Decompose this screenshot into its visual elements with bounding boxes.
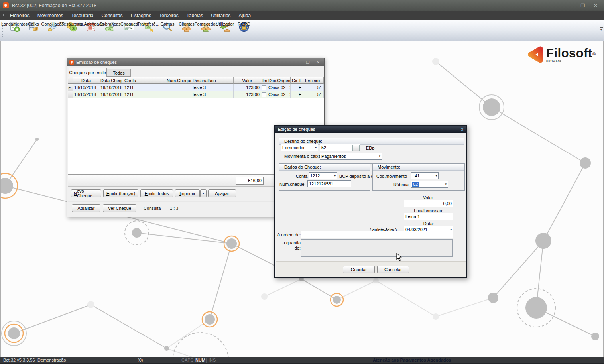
emitir-todos-button[interactable]: Emitir Todos bbox=[140, 189, 173, 197]
cell-conta: 1211 bbox=[123, 84, 165, 91]
cell-imp bbox=[261, 84, 267, 91]
menu-ajuda[interactable]: Ajuda bbox=[235, 12, 255, 19]
toolbar-concilia-o[interactable]: Conciliação bbox=[43, 20, 62, 34]
cell-destinat-rio: teste 3 bbox=[191, 91, 234, 98]
toolbar-clientes[interactable]: Clientes bbox=[177, 20, 196, 34]
column-header[interactable]: T bbox=[297, 77, 303, 84]
toolbar-utilizador[interactable]: Utilizador bbox=[215, 20, 234, 34]
column-header[interactable]: Doc.Origem bbox=[267, 77, 291, 84]
cell-data: 18/10/2018 bbox=[73, 84, 99, 91]
toolbar-cheques[interactable]: Cheques bbox=[120, 20, 139, 34]
status-num: NUM bbox=[195, 358, 205, 362]
brand-subtitle: software bbox=[546, 59, 596, 63]
column-header[interactable]: Terceiro bbox=[303, 77, 324, 84]
ordem-input[interactable] bbox=[301, 231, 453, 238]
table-row[interactable]: ▸18/10/201818/10/20181211teste 3123,00Ca… bbox=[68, 84, 324, 91]
emitir-lancar-button[interactable]: Emitir (Lançar) bbox=[103, 189, 138, 197]
cell-conta: 1211 bbox=[123, 91, 165, 98]
novo-cheque-button[interactable]: Novo Cheque bbox=[71, 189, 101, 197]
cell-destinat-rio: teste 3 bbox=[191, 84, 234, 91]
rubrica-select[interactable]: 02 ▾ bbox=[411, 181, 448, 188]
movimenta-select[interactable]: Pagamentos▾ bbox=[320, 153, 382, 160]
column-header[interactable]: Data Cheque bbox=[99, 77, 123, 84]
destino-tipo-select[interactable]: Fornecedor▾ bbox=[281, 144, 318, 151]
menu-consultas[interactable]: Consultas bbox=[97, 12, 126, 19]
emissao-minimize-icon[interactable]: – bbox=[294, 60, 301, 65]
browse-button[interactable]: … bbox=[352, 145, 360, 151]
cod-movimento-select[interactable]: _41▾ bbox=[411, 172, 439, 179]
cell-cx bbox=[291, 84, 297, 91]
imp-checkbox[interactable] bbox=[262, 85, 266, 90]
conta-label: Conta bbox=[296, 174, 307, 179]
column-header[interactable]: Cx. bbox=[291, 77, 297, 84]
tab-todos[interactable]: Todos bbox=[107, 69, 131, 77]
conta-select[interactable]: 1212▾ bbox=[309, 172, 337, 179]
menu-utilit-rios[interactable]: Utilitários bbox=[207, 12, 234, 19]
imprimir-dropdown-icon[interactable]: ▾ bbox=[200, 189, 207, 197]
cancelar-button[interactable]: Cancelar bbox=[377, 266, 409, 273]
cell-terceiro: 51 bbox=[303, 91, 324, 98]
table-row[interactable]: 18/10/201818/10/20181211teste 3123,00Cai… bbox=[68, 91, 324, 98]
menu-ficheiros[interactable]: Ficheiros bbox=[6, 12, 33, 19]
atualizar-button[interactable]: Atualizar bbox=[72, 204, 100, 212]
menu-tabelas[interactable]: Tabelas bbox=[183, 12, 207, 19]
chevron-down-icon: ▾ bbox=[434, 174, 437, 177]
column-header[interactable]: Núm.Cheque bbox=[165, 77, 191, 84]
app-icon bbox=[3, 2, 9, 8]
table-header: DataData ChequeContaNúm.ChequeDestinatár… bbox=[68, 77, 324, 84]
menu-terceiros[interactable]: Terceiros bbox=[155, 12, 183, 19]
column-header[interactable]: Destinatário bbox=[191, 77, 234, 84]
cell-data-cheque: 18/10/2018 bbox=[99, 84, 123, 91]
menu-movimentos[interactable]: Movimentos bbox=[33, 12, 67, 19]
consulta-label: Consulta bbox=[144, 206, 161, 211]
column-header[interactable]: Data bbox=[73, 77, 99, 84]
column-header[interactable]: Conta bbox=[123, 77, 165, 84]
valor-input[interactable]: 0,00 bbox=[404, 200, 453, 207]
dialog-titlebar[interactable]: Edição de cheques x bbox=[275, 126, 466, 133]
local-emissao-input[interactable]: Leiria 1 bbox=[404, 213, 453, 220]
imp-checkbox[interactable] bbox=[262, 92, 266, 97]
cell-valor: 123,00 bbox=[234, 91, 261, 98]
toolbar-rgpd[interactable]: RGPD bbox=[234, 20, 254, 34]
imprimir-button[interactable]: Imprimir bbox=[175, 189, 200, 197]
column-header[interactable]: Valor bbox=[234, 77, 261, 84]
dialog-close-icon[interactable]: x bbox=[461, 127, 466, 132]
window-icon bbox=[69, 60, 74, 65]
toolbar-ag-agendado[interactable]: ag.Agendado bbox=[81, 20, 100, 34]
app-titlebar: Bct.32 [002] Formação de Bct.32 / 2018 –… bbox=[0, 0, 604, 11]
emissao-close-icon[interactable]: ✕ bbox=[315, 60, 322, 65]
apagar-button[interactable]: Apagar bbox=[208, 189, 236, 197]
consulta-range: 1 : 3 bbox=[170, 206, 178, 211]
toolbar-cobran-as[interactable]: Cobranças bbox=[100, 20, 120, 34]
tab-cheques-por-emitir[interactable]: Cheques por emitir bbox=[69, 68, 107, 77]
dados-legend: Dados do Cheque: bbox=[279, 164, 370, 171]
ver-cheque-button[interactable]: Ver Cheque bbox=[103, 204, 136, 212]
column-header[interactable]: Imp bbox=[261, 77, 267, 84]
toolbar-contas[interactable]: Contas bbox=[158, 20, 177, 34]
row-gutter bbox=[68, 91, 73, 98]
minimize-icon[interactable]: – bbox=[567, 3, 574, 8]
brand-name: Filosoft bbox=[546, 46, 592, 60]
emissao-titlebar[interactable]: Emissão de cheques – ❐ ✕ bbox=[67, 58, 324, 66]
cell-cx bbox=[291, 91, 297, 98]
emissao-maximize-icon[interactable]: ❐ bbox=[304, 60, 311, 65]
row-selector-icon: ▸ bbox=[69, 85, 71, 89]
toolbar-overflow-icon[interactable]: ▾ bbox=[600, 27, 603, 31]
num-cheque-input[interactable]: 1212126531 bbox=[307, 180, 351, 187]
status-warning: Atenção aos Pagamentos Agendados bbox=[373, 358, 451, 362]
menu-tesouraria[interactable]: Tesouraria bbox=[67, 12, 97, 19]
guardar-button[interactable]: Guardar bbox=[343, 266, 375, 273]
toolbar-lan-amentos[interactable]: Lançamentos bbox=[5, 20, 24, 34]
maximize-icon[interactable]: ❐ bbox=[579, 3, 586, 8]
chevron-down-icon: ▾ bbox=[378, 155, 380, 158]
toolbar-fornecedor[interactable]: Fornecedor bbox=[196, 20, 215, 34]
quantia-textarea[interactable] bbox=[301, 239, 453, 257]
destino-codigo-input[interactable]: 52 … bbox=[320, 144, 360, 151]
close-icon[interactable]: ✕ bbox=[592, 3, 599, 8]
toolbar-transfer[interactable]: Transferê... bbox=[139, 20, 158, 34]
menu-listagens[interactable]: Listagens bbox=[127, 12, 155, 19]
menu-grip bbox=[3, 13, 4, 18]
filosoft-logo: Filosoft® software bbox=[526, 45, 596, 64]
svg-text:$: $ bbox=[72, 26, 75, 31]
row-gutter: ▸ bbox=[68, 84, 73, 91]
